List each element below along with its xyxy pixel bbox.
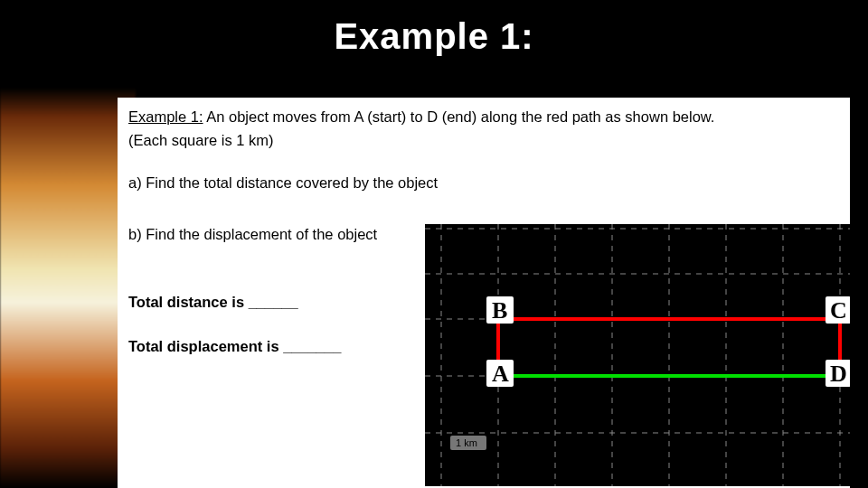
question-a: a) Find the total distance covered by th… [128,174,839,192]
point-D: D [826,360,850,387]
label-B: B [492,297,507,324]
path-diagram: B C A D 1 km [425,224,850,486]
slide-title: Example 1: [0,16,868,57]
slide: Example 1: Example 1: An object moves fr… [0,0,868,488]
point-C: C [826,296,850,324]
scale-tag: 1 km [450,436,486,450]
diagram-svg: B C A D 1 km [425,224,850,486]
problem-statement: Example 1: An object moves from A (start… [128,107,839,127]
label-C: C [830,297,847,324]
label-A: A [492,361,509,387]
point-B: B [486,296,514,324]
decorative-sidebar-image [0,0,136,488]
grid-lines [425,224,850,486]
scale-note: (Each square is 1 km) [128,130,839,150]
label-D: D [830,361,847,387]
scale-label-text: 1 km [456,437,477,448]
content-area: Example 1: An object moves from A (start… [118,98,850,488]
problem-text: An object moves from A (start) to D (end… [203,108,715,125]
point-A: A [486,360,514,387]
problem-lead: Example 1: [128,108,203,125]
